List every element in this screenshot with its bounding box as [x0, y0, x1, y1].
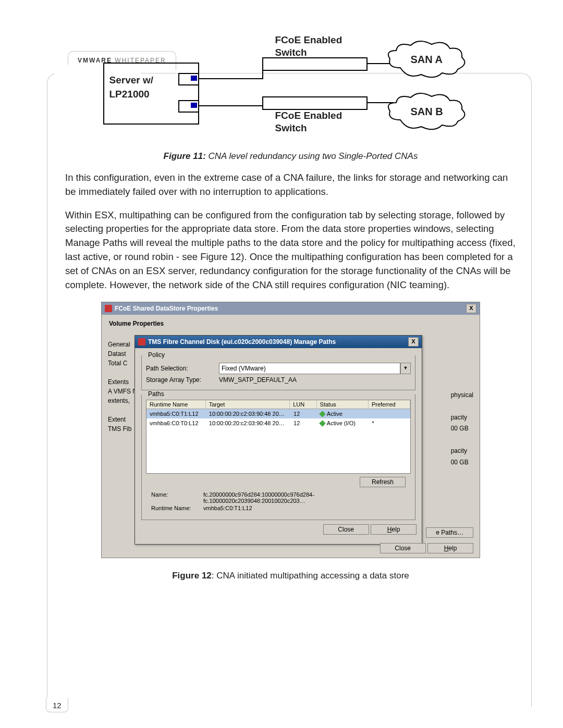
- manage-paths-button[interactable]: e Paths…: [426, 527, 473, 538]
- outer-dialog-icon: [105, 305, 112, 312]
- path-selection-value: Fixed (VMware): [222, 365, 266, 372]
- figure-11-text: CNA level redundancy using two Single-Po…: [206, 151, 418, 161]
- outer-dialog-title: FCoE Shared DataStore Properties: [115, 305, 218, 312]
- figure-12-text: : CNA initiated multipathing accessing a…: [212, 571, 409, 581]
- path-selection-label: Path Selection:: [146, 365, 219, 372]
- paths-table-header: Runtime Name Target LUN Status Preferred: [146, 400, 410, 409]
- server-label: Server w/ LP21000: [109, 73, 154, 101]
- inner-dialog-icon: [138, 338, 145, 346]
- san-a-label: SAN A: [411, 54, 443, 66]
- outer-close-button[interactable]: Close: [380, 543, 426, 553]
- policy-legend: Policy: [146, 351, 167, 359]
- figure-12-screenshot: FCoE Shared DataStore Properties X Volum…: [101, 302, 480, 558]
- outer-dialog-titlebar: FCoE Shared DataStore Properties X: [102, 302, 480, 315]
- paths-groupbox: Paths Runtime Name Target LUN Status Pre…: [141, 394, 415, 520]
- col-target[interactable]: Target: [206, 400, 290, 409]
- name-label: Name:: [151, 491, 203, 504]
- paths-legend: Paths: [146, 390, 166, 398]
- status-active-icon: [319, 420, 326, 427]
- san-b-label: SAN B: [411, 106, 443, 118]
- policy-groupbox: Policy Path Selection: Fixed (VMware) ▼ …: [141, 355, 415, 390]
- figure-12-number: Figure 12: [172, 571, 212, 581]
- link-1: [198, 78, 262, 79]
- switch-2-label: FCoE Enabled Switch: [275, 109, 380, 134]
- manage-paths-dialog: TMS Fibre Channel Disk (eui.c020c2000c03…: [134, 335, 422, 545]
- san-b-cloud: SAN B: [385, 91, 468, 133]
- outer-dialog-close-button[interactable]: X: [466, 304, 476, 313]
- inner-help-button[interactable]: Help: [371, 524, 417, 535]
- col-runtime-name[interactable]: Runtime Name: [146, 400, 206, 409]
- table-row[interactable]: vmhba6:C0:T0:L12 10:00:00:20:c2:03:90:48…: [146, 418, 410, 428]
- inner-close-button[interactable]: Close: [323, 524, 369, 535]
- cna-port-1: [178, 73, 199, 85]
- switch-1-label: FCoE Enabled Switch: [275, 34, 380, 59]
- status-active-icon: [319, 411, 326, 417]
- inner-dialog-title: TMS Fibre Channel Disk (eui.c020c2000c03…: [148, 338, 336, 346]
- outer-help-button[interactable]: Help: [427, 543, 473, 553]
- inner-dialog-close-button[interactable]: X: [408, 337, 419, 347]
- figure-11-number: Figure 11:: [164, 151, 206, 161]
- name-value: fc.20000000c976d284:10000000c976d284-fc.…: [203, 491, 406, 504]
- figure-11-caption: Figure 11: CNA level redundancy using tw…: [65, 151, 516, 162]
- dropdown-arrow-icon[interactable]: ▼: [400, 363, 411, 374]
- page-number: 12: [46, 698, 68, 712]
- figure-11-diagram: Server w/ LP21000 FCoE Enabled Switch FC…: [103, 50, 479, 149]
- table-row[interactable]: vmhba5:C0:T1:L12 10:00:00:20:c2:03:90:48…: [146, 409, 410, 418]
- refresh-button[interactable]: Refresh: [360, 477, 406, 487]
- paths-table[interactable]: Runtime Name Target LUN Status Preferred…: [146, 400, 411, 474]
- col-lun[interactable]: LUN: [290, 400, 316, 409]
- storage-array-type-value: VMW_SATP_DEFAULT_AA: [219, 376, 297, 384]
- paragraph-1: In this configuration, even in the extre…: [65, 171, 516, 199]
- runtime-name-value: vmhba5:C0:T1:L12: [203, 505, 406, 511]
- col-status[interactable]: Status: [317, 400, 369, 409]
- path-selection-dropdown[interactable]: Fixed (VMware): [219, 363, 400, 374]
- col-preferred[interactable]: Preferred: [369, 400, 410, 409]
- volume-properties-heading: Volume Properties: [109, 320, 480, 327]
- switch-2: [262, 96, 368, 110]
- link-2: [198, 105, 262, 106]
- runtime-name-label: Runtime Name:: [151, 505, 203, 511]
- inner-dialog-titlebar: TMS Fibre Channel Disk (eui.c020c2000c03…: [135, 336, 422, 348]
- cna-port-2: [178, 100, 199, 113]
- figure-12-caption: Figure 12: CNA initiated multipathing ac…: [65, 571, 516, 581]
- paragraph-2: Within ESX, multipathing can be configur…: [65, 208, 516, 292]
- san-a-cloud: SAN A: [385, 39, 468, 81]
- outer-left-fragments: GeneralDatastTotal C ExtentsA VMFS fexte…: [108, 340, 134, 434]
- storage-array-type-label: Storage Array Type:: [146, 376, 219, 384]
- page: VMWARE WHITEPAPER Server w/ LP21000 FCoE…: [0, 0, 563, 728]
- outer-right-fragments: physical pacity00 GB pacity00 GB: [451, 390, 473, 468]
- switch-1: [262, 57, 368, 71]
